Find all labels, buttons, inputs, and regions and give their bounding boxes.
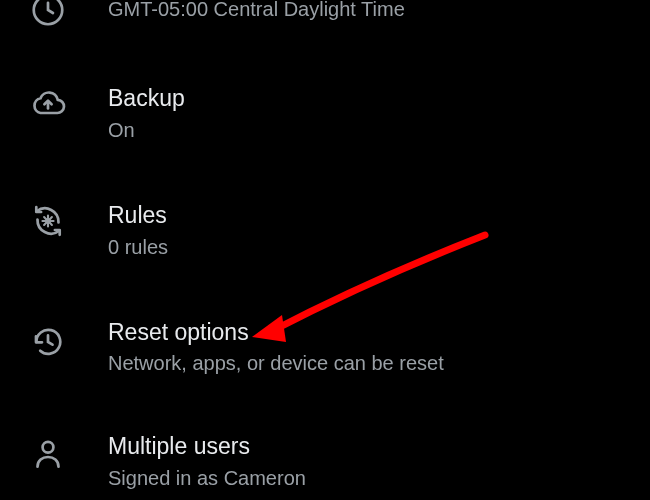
settings-item-backup[interactable]: Backup On: [0, 84, 650, 143]
settings-item-subtitle: On: [108, 117, 650, 143]
settings-item-title: Backup: [108, 84, 650, 113]
svg-point-2: [43, 442, 54, 453]
settings-list: GMT-05:00 Central Daylight Time Backup O…: [0, 0, 650, 491]
clock-icon: [30, 0, 66, 28]
person-icon: [30, 436, 66, 472]
settings-item-multiple-users[interactable]: Multiple users Signed in as Cameron: [0, 432, 650, 491]
settings-item-subtitle: 0 rules: [108, 234, 650, 260]
settings-item-subtitle: GMT-05:00 Central Daylight Time: [108, 0, 650, 22]
history-reset-icon: [30, 324, 66, 360]
cloud-upload-icon: [30, 86, 66, 122]
settings-item-datetime[interactable]: GMT-05:00 Central Daylight Time: [0, 0, 650, 28]
settings-item-subtitle: Network, apps, or device can be reset: [108, 350, 650, 376]
rules-icon: [30, 203, 66, 239]
settings-item-reset-options[interactable]: Reset options Network, apps, or device c…: [0, 318, 650, 377]
settings-item-title: Reset options: [108, 318, 650, 347]
settings-item-rules[interactable]: Rules 0 rules: [0, 201, 650, 260]
settings-item-subtitle: Signed in as Cameron: [108, 465, 650, 491]
settings-item-title: Multiple users: [108, 432, 650, 461]
settings-item-title: Rules: [108, 201, 650, 230]
